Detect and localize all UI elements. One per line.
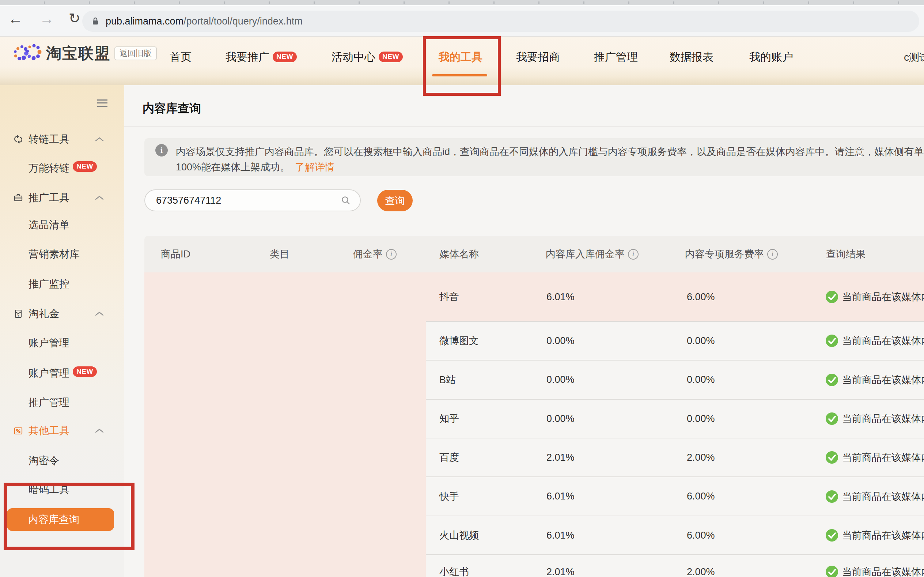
info-icon[interactable]: i bbox=[767, 249, 778, 259]
success-check-icon bbox=[825, 290, 839, 303]
chevron-up-icon bbox=[95, 196, 104, 200]
learn-more-link[interactable]: 了解详情 bbox=[295, 162, 334, 172]
nav-promote[interactable]: 我要推广NEW bbox=[225, 50, 297, 65]
site-header: 淘宝联盟 返回旧版 首页 我要推广NEW 活动中心NEW 我的工具 我要招商 推… bbox=[0, 37, 924, 85]
sidebar-item-content-library-query-active[interactable]: 内容库查询 bbox=[7, 508, 114, 531]
row-divider bbox=[426, 554, 924, 555]
query-result-cell: 当前商品在该媒体内容 bbox=[825, 399, 924, 438]
sidebar-item-code-tool[interactable]: 暗码工具 bbox=[0, 482, 124, 497]
new-badge: NEW bbox=[73, 161, 97, 172]
table-row[interactable]: 百度 2.01% 2.00% 当前商品在该媒体内容 bbox=[145, 438, 924, 477]
query-result-cell: 当前商品在该媒体内容 bbox=[825, 438, 924, 477]
table-row[interactable]: 快手 6.01% 6.00% 当前商品在该媒体内容 bbox=[145, 477, 924, 516]
sidebar: 转链工具 万能转链NEW 推广工具 选品清单 营销素材库 推广监控 ¥ 淘礼金 … bbox=[0, 85, 124, 577]
nav-merchant[interactable]: 我要招商 bbox=[516, 50, 560, 65]
table-row[interactable]: 知乎 0.00% 0.00% 当前商品在该媒体内容 bbox=[145, 399, 924, 438]
column-header-media-name: 媒体名称 bbox=[439, 236, 479, 272]
nav-promotion-manage[interactable]: 推广管理 bbox=[594, 50, 638, 65]
nav-home[interactable]: 首页 bbox=[170, 50, 191, 65]
success-check-icon bbox=[825, 412, 839, 425]
main-panel: 内容库查询 i 内容场景仅支持推广内容商品库。您可以在搜索框中输入商品id，查询… bbox=[124, 85, 924, 577]
title-divider bbox=[124, 126, 924, 127]
product-id-search-input[interactable] bbox=[145, 189, 361, 211]
row-divider bbox=[426, 438, 924, 438]
sidebar-item-universal-link[interactable]: 万能转链NEW bbox=[0, 161, 124, 176]
new-badge: NEW bbox=[379, 52, 403, 62]
url-path: /portal/tool/query/index.htm bbox=[183, 16, 303, 27]
table-row[interactable]: 火山视频 6.01% 6.00% 当前商品在该媒体内容 bbox=[145, 516, 924, 555]
column-header-category: 类目 bbox=[270, 236, 289, 272]
other-tools-icon bbox=[13, 425, 23, 436]
query-result-cell: 当前商品在该媒体内容 bbox=[825, 272, 924, 321]
sidebar-group-other-tools[interactable]: 其他工具 bbox=[0, 424, 124, 438]
link-swap-icon bbox=[13, 134, 23, 144]
info-icon[interactable]: i bbox=[628, 249, 638, 259]
sidebar-group-promotion-tools[interactable]: 推广工具 bbox=[0, 190, 124, 205]
info-icon[interactable]: i bbox=[386, 249, 397, 259]
sidebar-item-promotion-manage[interactable]: 推广管理 bbox=[0, 395, 124, 410]
red-packet-icon: ¥ bbox=[13, 309, 23, 319]
sidebar-item-promotion-monitor[interactable]: 推广监控 bbox=[0, 277, 124, 292]
nav-my-account[interactable]: 我的账户 bbox=[749, 50, 793, 65]
success-check-icon bbox=[825, 565, 839, 577]
banner-text-line2: 100%能在媒体上架成功。了解详情 bbox=[176, 161, 334, 174]
success-check-icon bbox=[825, 373, 839, 387]
query-result-cell: 当前商品在该媒体内容 bbox=[825, 516, 924, 555]
query-result-cell: 当前商品在该媒体内容 bbox=[825, 360, 924, 399]
query-result-cell: 当前商品在该媒体内容 bbox=[825, 555, 924, 577]
new-badge: NEW bbox=[273, 52, 297, 62]
table-row[interactable]: 微博图文 0.00% 0.00% 当前商品在该媒体内容 bbox=[145, 321, 924, 360]
row-divider bbox=[426, 360, 924, 361]
sidebar-collapse-icon[interactable] bbox=[97, 100, 108, 107]
screen: ← → ↻ pub.alimama.com/portal/tool/query/… bbox=[0, 0, 924, 577]
sidebar-group-taolijin[interactable]: ¥ 淘礼金 bbox=[0, 306, 124, 321]
nav-my-tools[interactable]: 我的工具 bbox=[439, 50, 482, 65]
sidebar-item-product-list[interactable]: 选品清单 bbox=[0, 218, 124, 232]
info-icon: i bbox=[155, 144, 168, 156]
info-banner: i 内容场景仅支持推广内容商品库。您可以在搜索框中输入商品id，查询商品在不同媒… bbox=[145, 138, 924, 176]
table-header: 商品ID 类目 佣金率i 媒体名称 内容库入库佣金率i 内容专项服务费率i 查询… bbox=[145, 236, 924, 272]
active-tab-underline bbox=[432, 74, 487, 76]
briefcase-icon bbox=[13, 193, 23, 203]
account-name[interactable]: c测试 bbox=[904, 50, 924, 64]
svg-text:¥: ¥ bbox=[17, 314, 19, 318]
logo-title: 淘宝联盟 bbox=[46, 43, 110, 64]
search-icon[interactable] bbox=[341, 196, 350, 205]
column-header-product-id: 商品ID bbox=[161, 236, 190, 272]
row-divider bbox=[426, 321, 924, 322]
success-check-icon bbox=[825, 334, 839, 347]
nav-data-report[interactable]: 数据报表 bbox=[670, 50, 713, 65]
browser-reload-button[interactable]: ↻ bbox=[69, 11, 80, 25]
browser-toolbar: ← → ↻ pub.alimama.com/portal/tool/query/… bbox=[0, 5, 924, 37]
row-divider bbox=[426, 399, 924, 400]
lock-icon bbox=[92, 16, 99, 26]
chevron-up-icon bbox=[95, 311, 104, 316]
sidebar-item-account-manage[interactable]: 账户管理 bbox=[0, 336, 124, 350]
row-divider bbox=[426, 516, 924, 516]
table-row[interactable]: B站 0.00% 0.00% 当前商品在该媒体内容 bbox=[145, 360, 924, 399]
nav-activity-center[interactable]: 活动中心NEW bbox=[331, 50, 403, 65]
sidebar-item-marketing-materials[interactable]: 营销素材库 bbox=[0, 247, 124, 261]
new-badge: NEW bbox=[73, 366, 97, 377]
table-row[interactable]: 抖音 6.01% 6.00% 当前商品在该媒体内容 bbox=[145, 272, 924, 321]
sidebar-item-taomiling[interactable]: 淘密令 bbox=[0, 453, 124, 468]
sidebar-group-link-tools[interactable]: 转链工具 bbox=[0, 132, 124, 147]
browser-back-button[interactable]: ← bbox=[8, 11, 22, 26]
row-divider bbox=[426, 477, 924, 477]
query-result-cell: 当前商品在该媒体内容 bbox=[825, 477, 924, 516]
column-header-entry-commission-rate: 内容库入库佣金率i bbox=[546, 236, 638, 272]
browser-tab-strip bbox=[0, 0, 924, 5]
sidebar-item-account-manage-new[interactable]: 账户管理NEW bbox=[0, 366, 124, 380]
column-header-query-result: 查询结果 bbox=[826, 236, 866, 272]
column-header-service-fee-rate: 内容专项服务费率i bbox=[685, 236, 778, 272]
browser-forward-button[interactable]: → bbox=[40, 11, 54, 26]
success-check-icon bbox=[825, 529, 839, 542]
table-row[interactable]: 小红书 2.01% 2.00% 当前商品在该媒体内容 bbox=[145, 555, 924, 577]
success-check-icon bbox=[825, 451, 839, 464]
browser-address-bar[interactable]: pub.alimama.com/portal/tool/query/index.… bbox=[82, 11, 919, 32]
banner-text-line1: 内容场景仅支持推广内容商品库。您可以在搜索框中输入商品id，查询商品在不同媒体的… bbox=[176, 145, 924, 158]
query-button[interactable]: 查询 bbox=[377, 190, 413, 211]
chevron-up-icon bbox=[95, 429, 104, 433]
query-result-cell: 当前商品在该媒体内容 bbox=[825, 321, 924, 360]
back-to-old-version-button[interactable]: 返回旧版 bbox=[114, 47, 157, 60]
